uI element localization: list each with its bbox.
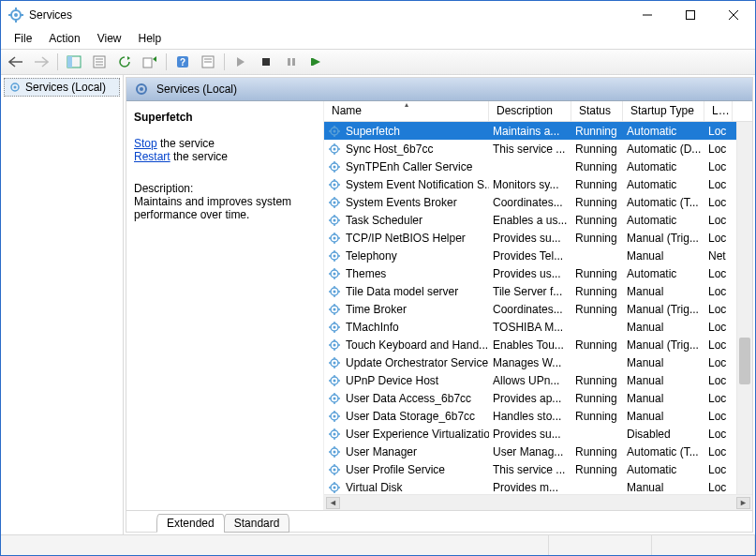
table-row[interactable]: User Profile ServiceThis service ...Runn… — [324, 460, 752, 478]
cell-status: Running — [571, 410, 623, 423]
cell-status: Running — [571, 125, 623, 138]
cell-status: Running — [571, 338, 623, 352]
table-row[interactable]: SynTPEnh Caller ServiceRunningAutomaticL… — [324, 158, 752, 175]
table-row[interactable]: Sync Host_6b7ccThis service ...RunningAu… — [324, 140, 752, 158]
pause-service-button[interactable] — [280, 52, 303, 72]
table-row[interactable]: User ManagerUser Manag...RunningAutomati… — [324, 443, 752, 460]
col-name[interactable]: Name▴ — [324, 101, 489, 121]
cell-name: Superfetch — [346, 125, 400, 138]
cell-description: Coordinates... — [489, 196, 571, 209]
cell-logon: Loc — [704, 463, 733, 476]
col-startup[interactable]: Startup Type — [623, 101, 704, 121]
cell-name: UPnP Device Host — [346, 374, 438, 387]
svg-rect-24 — [292, 58, 295, 66]
table-row[interactable]: Update Orchestrator ServiceManages W...M… — [324, 353, 752, 371]
menu-view[interactable]: View — [90, 30, 129, 47]
table-row[interactable]: System Events BrokerCoordinates...Runnin… — [324, 193, 752, 211]
help-button[interactable]: ? — [171, 52, 194, 72]
svg-rect-23 — [288, 58, 290, 66]
cell-name: User Data Storage_6b7cc — [346, 410, 475, 423]
forward-button[interactable] — [30, 52, 52, 72]
col-description[interactable]: Description — [489, 101, 571, 121]
svg-point-133 — [334, 432, 336, 435]
table-row[interactable]: SuperfetchMaintains a...RunningAutomatic… — [324, 122, 752, 140]
refresh-button[interactable] — [113, 52, 136, 72]
cell-name: Sync Host_6b7cc — [346, 143, 433, 156]
stop-link[interactable]: Stop — [134, 137, 157, 150]
cell-description: Enables a us... — [489, 214, 571, 227]
svg-point-27 — [14, 85, 17, 88]
maximize-button[interactable] — [669, 1, 712, 29]
cell-description: Monitors sy... — [489, 178, 571, 191]
svg-point-55 — [334, 201, 336, 203]
service-icon — [328, 249, 343, 263]
tab-extended[interactable]: Extended — [156, 514, 225, 533]
svg-point-151 — [334, 486, 336, 488]
cell-description: Allows UPn... — [489, 374, 571, 387]
scroll-right-icon[interactable]: ► — [736, 497, 750, 509]
cell-name: Update Orchestrator Service — [346, 356, 488, 369]
cell-logon: Loc — [704, 285, 733, 298]
table-row[interactable]: Task SchedulerEnables a us...RunningAuto… — [324, 211, 752, 229]
cell-startup: Automatic (T... — [623, 196, 704, 209]
menu-action[interactable]: Action — [41, 30, 87, 47]
cell-status: Running — [571, 374, 623, 387]
svg-point-49 — [334, 183, 336, 186]
menu-help[interactable]: Help — [131, 30, 170, 47]
scroll-left-icon[interactable]: ◄ — [326, 497, 340, 509]
horizontal-scrollbar[interactable]: ◄ ► — [324, 494, 752, 510]
export-button[interactable] — [139, 52, 161, 72]
cell-startup: Manual (Trig... — [623, 338, 704, 352]
stop-service-button[interactable] — [255, 52, 277, 72]
back-button[interactable] — [5, 52, 27, 72]
cell-description: Provides m... — [489, 481, 571, 494]
restart-service-button[interactable] — [305, 52, 328, 72]
cell-startup: Automatic (T... — [623, 445, 704, 458]
cell-startup: Manual (Trig... — [623, 303, 704, 316]
table-row[interactable]: System Event Notification S...Monitors s… — [324, 175, 752, 193]
service-icon — [328, 303, 343, 316]
svg-point-85 — [334, 290, 336, 293]
cell-startup: Manual — [623, 410, 704, 423]
table-row[interactable]: UPnP Device HostAllows UPn...RunningManu… — [324, 371, 752, 389]
minimize-button[interactable] — [626, 1, 669, 29]
tab-standard[interactable]: Standard — [224, 514, 290, 533]
menu-file[interactable]: File — [7, 30, 39, 47]
service-icon — [328, 232, 343, 245]
table-row[interactable]: TelephonyProvides Tel...ManualNet — [324, 247, 752, 264]
svg-point-29 — [140, 87, 143, 91]
vertical-scrollbar[interactable] — [736, 122, 752, 494]
table-row[interactable]: TMachInfoTOSHIBA M...ManualLoc — [324, 318, 752, 336]
show-hide-tree-button[interactable] — [63, 52, 85, 72]
cell-logon: Loc — [704, 445, 733, 458]
cell-description: This service ... — [489, 463, 571, 476]
tree-node-services-local[interactable]: Services (Local) — [4, 78, 120, 97]
properties-button[interactable] — [88, 52, 111, 72]
close-button[interactable] — [712, 1, 755, 29]
svg-point-37 — [334, 147, 336, 150]
cell-startup: Automatic — [623, 214, 704, 227]
col-status[interactable]: Status — [571, 101, 623, 121]
table-row[interactable]: TCP/IP NetBIOS HelperProvides su...Runni… — [324, 229, 752, 247]
col-logon[interactable]: Log — [704, 101, 733, 121]
cell-startup: Automatic (D... — [623, 143, 704, 156]
restart-link[interactable]: Restart — [134, 150, 170, 163]
start-service-button[interactable] — [230, 52, 252, 72]
table-row[interactable]: User Data Storage_6b7ccHandles sto...Run… — [324, 407, 752, 425]
cell-name: Touch Keyboard and Hand... — [346, 338, 488, 352]
cell-name: Time Broker — [346, 303, 407, 316]
table-row[interactable]: User Data Access_6b7ccProvides ap...Runn… — [324, 389, 752, 407]
cell-name: TCP/IP NetBIOS Helper — [346, 232, 466, 245]
sort-indicator-icon: ▴ — [405, 101, 408, 109]
cell-status: Running — [571, 214, 623, 227]
table-row[interactable]: Virtual DiskProvides m...ManualLoc — [324, 478, 752, 494]
table-row[interactable]: Touch Keyboard and Hand...Enables Tou...… — [324, 336, 752, 353]
help2-button[interactable] — [197, 52, 219, 72]
detail-panel: Superfetch Stop the service Restart the … — [126, 101, 324, 510]
scroll-thumb[interactable] — [739, 338, 750, 384]
table-row[interactable]: Time BrokerCoordinates...RunningManual (… — [324, 300, 752, 318]
table-row[interactable]: User Experience Virtualizatio...Provides… — [324, 425, 752, 443]
table-row[interactable]: Tile Data model serverTile Server f...Ru… — [324, 282, 752, 300]
svg-point-79 — [334, 272, 336, 275]
table-row[interactable]: ThemesProvides us...RunningAutomaticLoc — [324, 264, 752, 282]
